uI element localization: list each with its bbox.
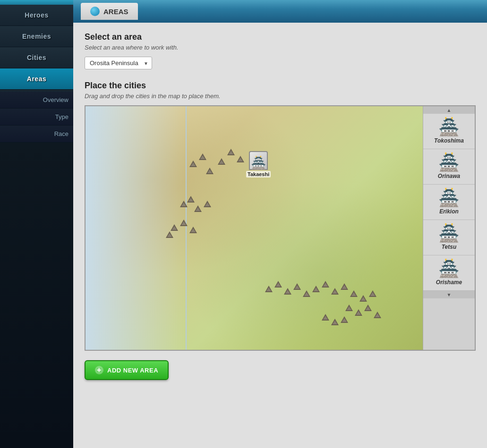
mountain-marker (265, 286, 273, 292)
city-name-erikion: Erikion (439, 208, 459, 215)
mountain-marker (187, 196, 195, 203)
mountain-marker (189, 227, 197, 233)
mountain-marker (206, 168, 214, 174)
mountain-marker (180, 201, 188, 207)
mountain-marker (359, 295, 367, 302)
plus-icon: + (95, 366, 103, 374)
place-cities-subtitle: Drag and drop the cities in the map to p… (85, 93, 476, 100)
mountain-marker (204, 201, 211, 207)
city-castle-icon-orishame: 🏯 (438, 260, 460, 277)
select-area-subtitle: Select an area where to work with. (85, 44, 476, 51)
city-name-tokoshima: Tokoshima (434, 137, 464, 144)
area-dropdown-wrapper[interactable]: Orosita Peninsula (85, 57, 152, 69)
add-area-label: ADD NEW AREA (107, 367, 158, 374)
mountain-marker (194, 205, 202, 212)
city-name-orinawa: Orinawa (438, 173, 460, 179)
city-castle-icon-tetsu: 🏯 (438, 225, 460, 242)
mountain-marker (355, 309, 362, 316)
mountain-marker (284, 288, 291, 295)
mountain-marker (322, 281, 329, 287)
mountain-marker (189, 161, 197, 167)
mountain-marker (199, 153, 206, 160)
main-content: AREAS Select an area Select an area wher… (73, 0, 487, 448)
city-panel-item-erikion[interactable]: 🏯 Erikion (423, 185, 475, 220)
city-panel: ▲ 🏯 Tokoshima 🏯 Orinawa 🏯 Erikion (423, 106, 475, 350)
mountain-marker (345, 304, 353, 311)
mountain-marker (218, 158, 225, 165)
panel-scroll-up[interactable]: ▲ (423, 106, 475, 114)
mountain-marker (227, 149, 235, 155)
placed-city-marker[interactable]: 🏯 Takaeshi (246, 151, 271, 178)
add-area-button-wrapper[interactable]: + ADD NEW AREA (85, 360, 169, 380)
sidebar-sub-item-overview[interactable]: Overview (0, 92, 73, 109)
panel-scroll-down[interactable]: ▼ (423, 291, 475, 298)
active-tab[interactable]: AREAS (81, 3, 138, 20)
mountain-marker (303, 290, 310, 297)
mountain-marker (341, 283, 348, 290)
tab-label: AREAS (103, 8, 128, 16)
mountain-marker (374, 312, 381, 318)
sidebar-item-cities[interactable]: Cities (0, 47, 73, 68)
mountain-marker (341, 316, 348, 323)
mountain-marker (171, 224, 178, 231)
mountain-marker (293, 283, 301, 290)
mountain-marker (312, 286, 320, 292)
sidebar-sub-item-race[interactable]: Race (0, 126, 73, 143)
city-panel-item-orinawa[interactable]: 🏯 Orinawa (423, 149, 475, 185)
city-name-tetsu: Tetsu (442, 244, 457, 250)
mountain-marker (322, 314, 329, 321)
placed-city-icon: 🏯 (249, 151, 268, 170)
select-area-section: Select an area Select an area where to w… (85, 32, 476, 69)
content-area: Select an area Select an area where to w… (73, 23, 487, 448)
mountain-marker (331, 288, 339, 295)
city-panel-item-tokoshima[interactable]: 🏯 Tokoshima (423, 114, 475, 149)
city-castle-icon-orinawa: 🏯 (438, 154, 460, 171)
placed-city-label: Takaeshi (246, 171, 271, 178)
city-panel-item-orishame[interactable]: 🏯 Orishame (423, 255, 475, 291)
place-cities-title: Place the cities (85, 81, 476, 91)
map-canvas[interactable]: 🏯 Takaeshi (85, 106, 423, 350)
city-name-orishame: Orishame (436, 279, 462, 286)
mountain-marker (274, 281, 282, 287)
castle-icon: 🏯 (251, 157, 266, 169)
city-castle-icon-tokoshima: 🏯 (438, 118, 460, 135)
city-panel-item-tetsu[interactable]: 🏯 Tetsu (423, 220, 475, 255)
place-cities-section: Place the cities Drag and drop the citie… (85, 81, 476, 351)
mountain-marker (166, 231, 173, 238)
sidebar-top-bar (0, 0, 73, 5)
globe-icon (90, 7, 100, 16)
sidebar: Heroes Enemies Cities Areas Overview Typ… (0, 0, 73, 448)
sidebar-sub-section: Overview Type Race (0, 92, 73, 143)
add-area-button[interactable]: + ADD NEW AREA (85, 360, 169, 380)
sidebar-sub-item-type[interactable]: Type (0, 109, 73, 126)
sidebar-item-enemies[interactable]: Enemies (0, 26, 73, 47)
sidebar-item-areas[interactable]: Areas (0, 68, 73, 90)
mountain-marker (364, 304, 372, 311)
sidebar-bottom (0, 143, 73, 448)
mountain-marker (331, 319, 339, 325)
top-bar: AREAS (73, 0, 487, 23)
mountain-marker (180, 220, 188, 226)
mountain-marker (369, 290, 376, 297)
city-castle-icon-erikion: 🏯 (438, 189, 460, 206)
area-dropdown[interactable]: Orosita Peninsula (85, 57, 152, 69)
mountain-marker (350, 290, 358, 297)
sidebar-item-heroes[interactable]: Heroes (0, 5, 73, 26)
select-area-title: Select an area (85, 32, 476, 42)
map-container: 🏯 Takaeshi ▲ 🏯 Tokoshima 🏯 (85, 105, 476, 351)
mountain-marker (237, 156, 244, 162)
